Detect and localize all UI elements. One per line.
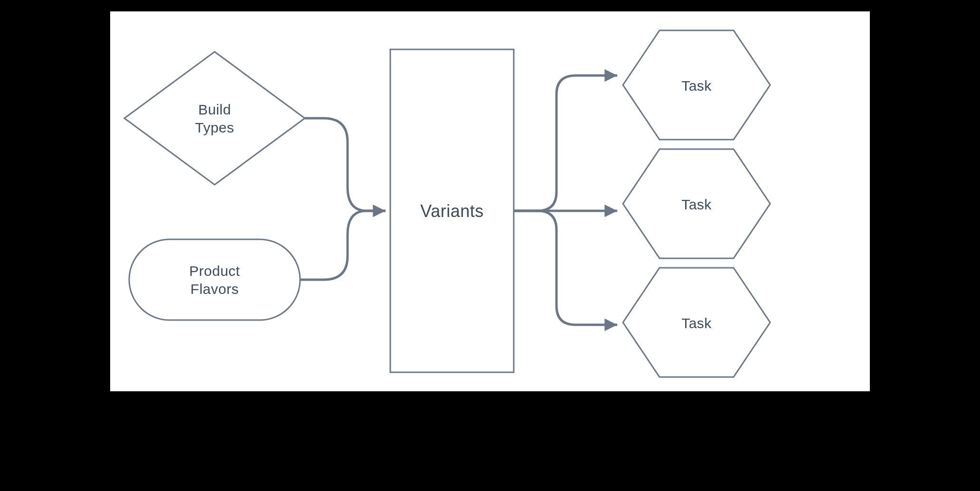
product-flavors-line1: Product — [189, 263, 240, 279]
build-types-label: Build Types — [167, 101, 262, 136]
task-mid-label: Task — [647, 196, 746, 214]
product-flavors-line2: Flavors — [190, 281, 239, 297]
variants-label: Variants — [390, 200, 514, 222]
edge-product-flavors-to-variants — [300, 211, 386, 280]
build-types-line1: Build — [198, 102, 231, 117]
edge-build-types-to-variants — [305, 118, 386, 211]
product-flavors-label: Product Flavors — [158, 262, 272, 298]
task-top-label: Task — [647, 77, 746, 95]
diagram-canvas: Build Types Product Flavors Variants Tas… — [110, 11, 870, 391]
edge-variants-to-task-top — [514, 76, 617, 211]
task-bot-label: Task — [647, 314, 746, 332]
edge-variants-to-task-bot — [514, 211, 617, 325]
build-types-line2: Types — [195, 120, 235, 135]
